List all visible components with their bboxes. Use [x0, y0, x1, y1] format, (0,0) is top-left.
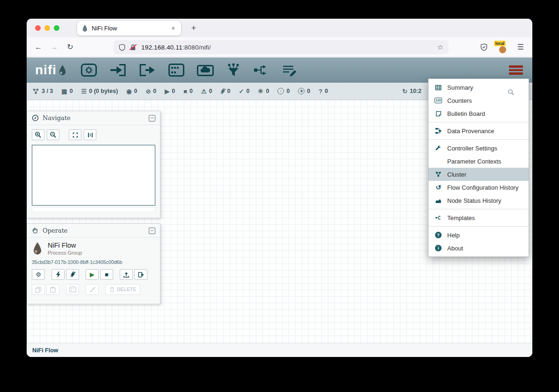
- remote-process-group-component-icon[interactable]: [197, 64, 214, 77]
- sticky-note-icon: [434, 111, 443, 117]
- template-component-icon[interactable]: [253, 64, 269, 77]
- collapse-navigate-button[interactable]: −: [149, 115, 155, 121]
- group-button[interactable]: [66, 284, 79, 295]
- menu-item-controller-settings[interactable]: Controller Settings: [428, 142, 529, 155]
- nifi-favicon-drop-icon: [82, 24, 88, 32]
- tab-title: NiFi Flow: [92, 25, 170, 32]
- not-transmitting-status: ⊘ 0: [145, 88, 156, 94]
- disabled-status: 0: [221, 88, 231, 94]
- url-host: 192.168.40.11: [141, 44, 182, 51]
- label-component-icon[interactable]: [282, 64, 298, 77]
- permissions-shield-icon[interactable]: [480, 43, 487, 51]
- menu-divider: [428, 209, 529, 209]
- active-threads-status: ▦ 0: [61, 88, 73, 94]
- stale-icon: ↑: [277, 88, 284, 94]
- gear-icon: ⚙: [36, 271, 41, 278]
- collapse-operate-button[interactable]: −: [149, 228, 155, 234]
- disable-button[interactable]: [66, 269, 79, 280]
- menu-item-templates[interactable]: Templates: [428, 211, 529, 224]
- canvas-search-icon[interactable]: [508, 89, 515, 96]
- new-tab-button[interactable]: +: [188, 22, 200, 34]
- wrench-icon: [434, 145, 443, 151]
- help-icon: ?: [435, 232, 442, 238]
- url-path: :8080/nifi/: [182, 44, 211, 51]
- running-icon: ▶: [165, 88, 169, 94]
- close-tab-icon[interactable]: ×: [170, 25, 176, 32]
- transmitting-icon: ◉: [126, 88, 131, 94]
- disabled-icon: [221, 88, 225, 94]
- navigate-toolbar: [27, 125, 160, 142]
- stopped-status: ■ 0: [183, 88, 193, 94]
- not-transmitting-icon: ⊘: [145, 88, 151, 94]
- minimize-window-button[interactable]: [44, 25, 50, 31]
- stop-button[interactable]: ■: [100, 269, 113, 280]
- profile-avatar[interactable]: local: [496, 41, 509, 53]
- breadcrumb-root[interactable]: NiFi Flow: [32, 347, 58, 354]
- output-port-component-icon[interactable]: [139, 64, 156, 77]
- browser-tab[interactable]: NiFi Flow ×: [77, 21, 181, 36]
- compass-icon: [32, 114, 39, 121]
- invalid-icon: ⚠: [201, 88, 207, 94]
- browser-window: NiFi Flow × + ← → ↻ 192.168.40.11:8080/n…: [27, 19, 532, 357]
- chart-icon: [434, 198, 443, 204]
- global-menu-button[interactable]: [509, 65, 523, 75]
- back-button[interactable]: ←: [30, 43, 46, 51]
- cluster-icon: [32, 88, 39, 95]
- create-template-button[interactable]: [134, 269, 147, 280]
- operate-body: NiFi Flow Process Group 35cbd3b7-017b-10…: [27, 238, 160, 295]
- menu-item-flow-configuration-history[interactable]: ↺ Flow Configuration History: [428, 181, 529, 194]
- zoom-fit-button[interactable]: [69, 129, 81, 140]
- up-to-date-icon: ✓: [239, 88, 244, 94]
- processor-component-icon[interactable]: [81, 64, 97, 77]
- paste-button[interactable]: [46, 284, 59, 295]
- operate-buttons-row-1: ⚙ ▶ ■: [32, 269, 155, 280]
- locally-modified-status: 0: [258, 88, 269, 94]
- input-port-component-icon[interactable]: [109, 64, 126, 77]
- process-group-component-icon[interactable]: [168, 64, 184, 77]
- menu-item-bulletin-board[interactable]: Bulletin Board: [428, 107, 529, 120]
- funnel-component-icon[interactable]: [226, 63, 240, 77]
- configuration-button[interactable]: ⚙: [32, 269, 45, 280]
- menu-item-node-status-history[interactable]: Node Status History: [428, 194, 529, 207]
- insecure-lock-icon[interactable]: [130, 44, 137, 51]
- slashed-lightning-icon: [71, 271, 75, 278]
- browser-menu-icon[interactable]: ☰: [517, 43, 524, 51]
- menu-divider: [428, 139, 529, 140]
- start-button[interactable]: ▶: [86, 269, 99, 280]
- close-window-button[interactable]: [35, 25, 41, 31]
- fill-color-button[interactable]: [86, 284, 99, 295]
- menu-item-parameter-contexts[interactable]: Parameter Contexts: [428, 155, 529, 168]
- maximize-window-button[interactable]: [54, 25, 59, 31]
- browser-toolbar: ← → ↻ 192.168.40.11:8080/nifi/ ☆ local ☰: [27, 37, 532, 57]
- bookmark-star-icon[interactable]: ☆: [437, 43, 443, 51]
- refresh-status[interactable]: ↻ 10:2: [402, 88, 421, 94]
- about-icon: i: [435, 245, 442, 251]
- menu-item-about[interactable]: i About: [428, 242, 529, 255]
- menu-item-help[interactable]: ? Help: [428, 228, 529, 242]
- nifi-logo: nifi: [35, 63, 67, 78]
- running-status: ▶ 0: [165, 88, 175, 94]
- delete-button[interactable]: DELETE: [105, 284, 140, 295]
- copy-button[interactable]: [32, 284, 45, 295]
- enable-button[interactable]: [51, 269, 65, 280]
- active-threads-icon: ▦: [61, 88, 67, 94]
- transmitting-status: ◉ 0: [126, 88, 137, 94]
- forward-button[interactable]: →: [46, 43, 62, 51]
- zoom-actual-size-button[interactable]: [84, 129, 96, 140]
- birdseye-preview[interactable]: [32, 145, 155, 206]
- zoom-out-button[interactable]: [47, 129, 59, 140]
- component-toolbar: [81, 63, 298, 77]
- url-bar[interactable]: 192.168.40.11:8080/nifi/ ☆: [114, 40, 449, 54]
- locally-modified-icon: [258, 88, 263, 94]
- zoom-in-button[interactable]: [32, 129, 44, 140]
- menu-item-cluster[interactable]: Cluster: [428, 168, 529, 181]
- upload-template-button[interactable]: [120, 269, 133, 280]
- birdseye-slider[interactable]: [32, 207, 155, 212]
- tracking-protection-shield-icon[interactable]: [119, 44, 125, 51]
- refresh-icon[interactable]: ↻: [402, 88, 407, 94]
- menu-item-data-provenance[interactable]: Data Provenance: [428, 124, 529, 137]
- cluster-status: 3 / 3: [32, 88, 53, 95]
- menu-item-counters[interactable]: 123 Counters: [428, 94, 529, 107]
- operate-title: Operate: [43, 227, 68, 234]
- reload-button[interactable]: ↻: [62, 43, 78, 51]
